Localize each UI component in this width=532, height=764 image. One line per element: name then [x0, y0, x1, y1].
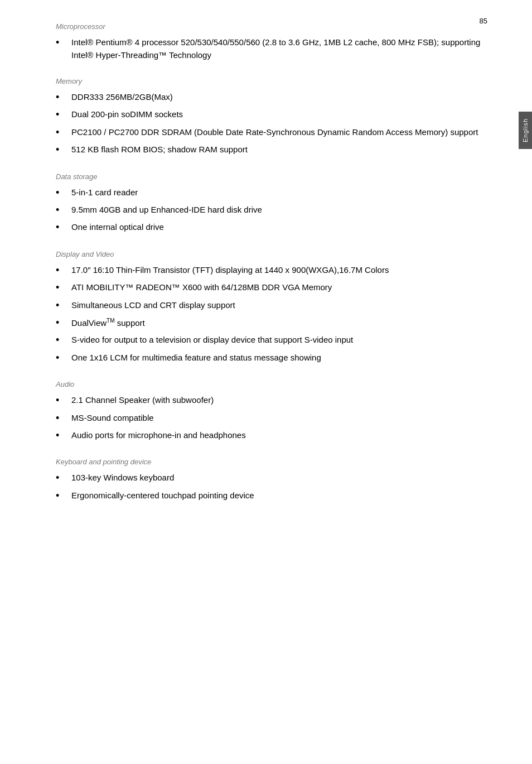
page-container: 85 English Microprocessor•Intel® Pentium… [0, 0, 532, 764]
bullet-icon: • [56, 281, 67, 294]
bullet-list-display-video: •17.0″ 16:10 Thin-Film Transistor (TFT) … [56, 264, 487, 364]
section-heading-keyboard-pointing: Keyboard and pointing device [56, 458, 487, 466]
bullet-icon: • [56, 186, 67, 199]
bullet-icon: • [56, 204, 67, 217]
bullet-icon: • [56, 91, 67, 104]
list-item-text: Dual 200-pin soDIMM sockets [71, 108, 487, 121]
list-item-text: ATI MOBILITY™ RADEON™ X600 with 64/128MB… [71, 281, 487, 294]
list-item: •DDR333 256MB/2GB(Max) [56, 91, 487, 104]
list-item-text: MS-Sound compatible [71, 412, 487, 425]
bullet-list-keyboard-pointing: •103-key Windows keyboard•Ergonomically-… [56, 472, 487, 502]
bullet-icon: • [56, 126, 67, 139]
list-item-text: One internal optical drive [71, 221, 487, 234]
list-item: •MS-Sound compatible [56, 412, 487, 425]
section-heading-display-video: Display and Video [56, 250, 487, 258]
bullet-icon: • [56, 352, 67, 364]
bullet-list-microprocessor: •Intel® Pentium® 4 processor 520/530/540… [56, 36, 487, 61]
list-item: •Ergonomically-centered touchpad pointin… [56, 489, 487, 502]
section-microprocessor: Microprocessor•Intel® Pentium® 4 process… [56, 22, 487, 61]
section-data-storage: Data storage•5-in-1 card reader•9.5mm 40… [56, 172, 487, 234]
bullet-icon: • [56, 412, 67, 425]
bullet-icon: • [56, 264, 67, 277]
bullet-list-memory: •DDR333 256MB/2GB(Max)•Dual 200-pin soDI… [56, 91, 487, 157]
list-item: •One internal optical drive [56, 221, 487, 234]
section-display-video: Display and Video•17.0″ 16:10 Thin-Film … [56, 250, 487, 364]
list-item-text: Simultaneous LCD and CRT display support [71, 299, 487, 312]
section-heading-audio: Audio [56, 380, 487, 388]
list-item: •PC2100 / PC2700 DDR SDRAM (Double Date … [56, 126, 487, 139]
section-heading-microprocessor: Microprocessor [56, 22, 487, 31]
list-item-text: Intel® Pentium® 4 processor 520/530/540/… [71, 36, 487, 61]
list-item: •17.0″ 16:10 Thin-Film Transistor (TFT) … [56, 264, 487, 277]
list-item: •Audio ports for microphone-in and headp… [56, 429, 487, 442]
list-item: •2.1 Channel Speaker (with subwoofer) [56, 394, 487, 407]
list-item: •Simultaneous LCD and CRT display suppor… [56, 299, 487, 312]
list-item: •ATI MOBILITY™ RADEON™ X600 with 64/128M… [56, 281, 487, 294]
bullet-icon: • [56, 143, 67, 156]
bullet-icon: • [56, 316, 67, 329]
list-item-text: S-video for output to a television or di… [71, 334, 487, 347]
list-item-text: DualViewTM support [71, 316, 487, 330]
page-number: 85 [480, 17, 487, 25]
bullet-icon: • [56, 221, 67, 234]
list-item: •103-key Windows keyboard [56, 472, 487, 484]
list-item-text: 103-key Windows keyboard [71, 472, 487, 484]
section-heading-memory: Memory [56, 77, 487, 85]
list-item: •5-in-1 card reader [56, 186, 487, 199]
list-item-text: One 1x16 LCM for multimedia feature and … [71, 352, 487, 364]
bullet-icon: • [56, 429, 67, 442]
bullet-icon: • [56, 299, 67, 312]
list-item: •Intel® Pentium® 4 processor 520/530/540… [56, 36, 487, 61]
list-item-text: 2.1 Channel Speaker (with subwoofer) [71, 394, 487, 407]
list-item-text: 9.5mm 40GB and up Enhanced-IDE hard disk… [71, 204, 487, 217]
bullet-icon: • [56, 394, 67, 407]
sections-container: Microprocessor•Intel® Pentium® 4 process… [56, 22, 487, 502]
bullet-list-data-storage: •5-in-1 card reader•9.5mm 40GB and up En… [56, 186, 487, 234]
side-tab: English [519, 112, 532, 149]
list-item: •S-video for output to a television or d… [56, 334, 487, 347]
list-item: •One 1x16 LCM for multimedia feature and… [56, 352, 487, 364]
bullet-icon: • [56, 472, 67, 484]
list-item-text: 512 KB flash ROM BIOS; shadow RAM suppor… [71, 143, 487, 156]
bullet-list-audio: •2.1 Channel Speaker (with subwoofer)•MS… [56, 394, 487, 442]
side-tab-label: English [522, 118, 529, 142]
list-item-text: PC2100 / PC2700 DDR SDRAM (Double Date R… [71, 126, 487, 139]
list-item: •9.5mm 40GB and up Enhanced-IDE hard dis… [56, 204, 487, 217]
list-item-text: Audio ports for microphone-in and headph… [71, 429, 487, 442]
section-heading-data-storage: Data storage [56, 172, 487, 181]
bullet-icon: • [56, 36, 67, 49]
list-item: •DualViewTM support [56, 316, 487, 330]
section-memory: Memory•DDR333 256MB/2GB(Max)•Dual 200-pi… [56, 77, 487, 157]
list-item-text: DDR333 256MB/2GB(Max) [71, 91, 487, 104]
list-item-text: Ergonomically-centered touchpad pointing… [71, 489, 487, 502]
bullet-icon: • [56, 334, 67, 347]
bullet-icon: • [56, 489, 67, 502]
bullet-icon: • [56, 108, 67, 121]
section-audio: Audio•2.1 Channel Speaker (with subwoofe… [56, 380, 487, 442]
list-item: •512 KB flash ROM BIOS; shadow RAM suppo… [56, 143, 487, 156]
section-keyboard-pointing: Keyboard and pointing device•103-key Win… [56, 458, 487, 502]
list-item: •Dual 200-pin soDIMM sockets [56, 108, 487, 121]
list-item-text: 17.0″ 16:10 Thin-Film Transistor (TFT) d… [71, 264, 487, 277]
list-item-text: 5-in-1 card reader [71, 186, 487, 199]
